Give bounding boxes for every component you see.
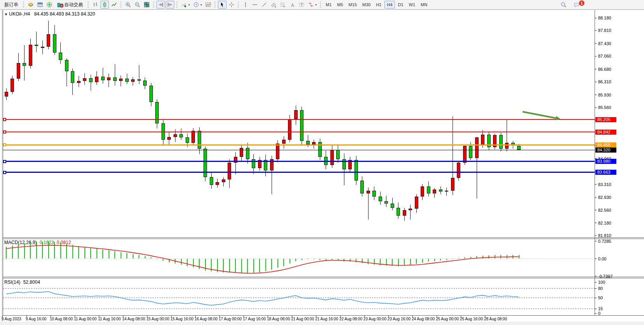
search-button[interactable] (559, 1, 568, 9)
vertical-line-button[interactable] (241, 1, 250, 9)
hline-handle-84.842[interactable] (3, 130, 6, 134)
rsi-indicator-label: RSI(14) 52.8004 (4, 279, 40, 285)
candle-up (17, 63, 20, 79)
macd-bar (18, 244, 19, 259)
chart-shift-button[interactable] (166, 1, 174, 9)
hline-handle-83.663[interactable] (3, 171, 6, 174)
templates-button[interactable] (204, 1, 212, 9)
candle-down (204, 149, 207, 177)
horizontal-line-84.468[interactable] (3, 144, 595, 146)
macd-bar (247, 259, 248, 274)
navigator-button[interactable] (45, 1, 54, 9)
candle-wick (410, 205, 411, 220)
arrows-button[interactable]: ▾ (307, 1, 318, 9)
notification-badge[interactable]: 1 (579, 0, 584, 6)
timeframe-button-M15[interactable]: M15 (346, 1, 359, 9)
zoom-in-button[interactable] (124, 1, 132, 9)
cursor-icon (219, 2, 225, 8)
bar-chart-button[interactable] (91, 1, 100, 9)
macd-bar (235, 259, 236, 273)
timeframe-button-MN[interactable]: MN (418, 1, 430, 9)
candle-up (367, 191, 370, 193)
svg-text:E: E (275, 5, 276, 8)
macd-axis-label: -0.7397 (598, 274, 612, 279)
trendline-button[interactable] (260, 1, 268, 9)
data-window-button[interactable] (36, 1, 44, 9)
timeframe-button-H4[interactable]: H4 (384, 1, 395, 9)
macd-bar (495, 255, 495, 258)
rsi-tick (595, 298, 597, 298)
macd-bar (42, 242, 43, 259)
auto-scroll-button[interactable] (156, 1, 165, 9)
candle-wick (139, 65, 139, 84)
market-watch-button[interactable] (26, 1, 35, 9)
macd-bar (205, 259, 206, 271)
price-tick-label: 85.560 (598, 105, 611, 110)
candle-up (415, 197, 418, 209)
timeframe-button-M30[interactable]: M30 (360, 1, 373, 9)
text-icon: A (289, 2, 295, 8)
macd-bar (157, 259, 158, 259)
text-label-button[interactable]: T (297, 1, 306, 9)
bottom-strip (0, 321, 644, 325)
templates-icon (205, 2, 211, 8)
candle-up (47, 34, 50, 47)
hline-handle-83.98[interactable] (3, 160, 6, 163)
price-tick-label: 86.310 (598, 79, 611, 84)
fibonacci-button[interactable]: F (279, 1, 287, 9)
macd-bar (114, 251, 115, 258)
price-tag-84.320: 84.320 (595, 148, 616, 153)
hline-handle-84.468[interactable] (3, 143, 6, 146)
new-order-button[interactable]: 新订单 (2, 1, 21, 9)
zoom-out-button[interactable] (133, 1, 142, 9)
timeframe-button-M5[interactable]: M5 (335, 1, 345, 9)
candle-up (228, 163, 231, 180)
trend-arrow-shaft (523, 112, 556, 118)
horizontal-line-button[interactable] (251, 1, 259, 9)
macd-bar (48, 241, 49, 258)
tile-windows-icon (144, 2, 150, 8)
candle-down (517, 146, 521, 150)
symbol-dropdown-icon[interactable]: ▼ (4, 12, 8, 16)
macd-bar (338, 259, 339, 261)
price-tick (595, 95, 597, 95)
crosshair-icon (228, 2, 235, 8)
candlestick-chart-button[interactable] (100, 1, 109, 9)
time-tick-label: 24 Aug 08:00 (412, 317, 435, 321)
macd-bar (290, 259, 290, 264)
equidistant-channel-button[interactable]: E (269, 1, 278, 9)
price-tag-85.205: 85.205 (595, 117, 616, 122)
rsi-line (6, 292, 519, 305)
macd-bar (199, 259, 200, 269)
macd-bar (356, 259, 356, 262)
auto-trading-button[interactable]: 自动交易 (54, 1, 86, 9)
hline-handle-85.205[interactable] (3, 118, 6, 121)
macd-bar (84, 247, 85, 258)
main-panel-bottom-border (3, 237, 644, 238)
rsi-axis-label: 15 (598, 306, 603, 311)
line-chart-button[interactable] (110, 1, 118, 9)
crosshair-button[interactable] (227, 1, 236, 9)
timeframe-button-H1[interactable]: H1 (374, 1, 384, 9)
macd-bar (145, 256, 146, 258)
cursor-button[interactable] (218, 1, 226, 9)
macd-bar (211, 259, 212, 272)
timeframe-button-D1[interactable]: D1 (396, 1, 406, 9)
time-tick-label: 14 Aug 08:00 (122, 317, 145, 321)
text-button[interactable]: A (288, 1, 297, 9)
tile-windows-button[interactable] (142, 1, 151, 9)
candle-down (179, 134, 183, 138)
timeframe-button-W1[interactable]: W1 (407, 1, 418, 9)
horizontal-line-85.205[interactable] (3, 119, 595, 120)
rsi-axis-label: 80 (598, 286, 603, 291)
time-tick-label: 21 Aug 16:00 (315, 317, 338, 321)
indicators-button[interactable]: ▾ (180, 1, 191, 9)
horizontal-line-84.842[interactable] (3, 132, 595, 132)
candle-up (330, 150, 334, 165)
timeframe-button-M1[interactable]: M1 (323, 1, 334, 9)
periods-button[interactable]: ▾ (192, 1, 203, 9)
macd-bar (519, 255, 519, 259)
horizontal-line-83.663[interactable] (3, 172, 595, 173)
horizontal-line-83.98[interactable] (3, 161, 595, 162)
macd-bar (126, 253, 127, 258)
